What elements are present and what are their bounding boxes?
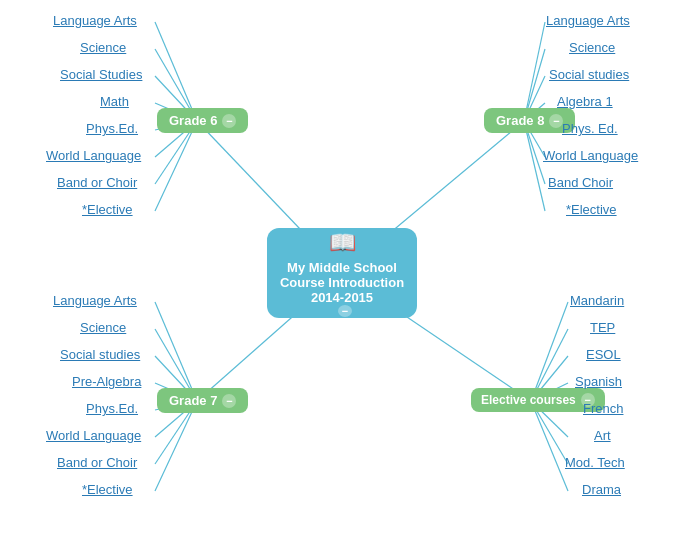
leaf-el-spanish: Spanish (575, 374, 622, 389)
leaf-el-mod-tech: Mod. Tech (565, 455, 625, 470)
grade6-label: Grade 6 (169, 113, 217, 128)
book-icon: 📖 (329, 230, 356, 256)
grade8-label: Grade 8 (496, 113, 544, 128)
leaf-g7-physed: Phys.Ed. (86, 401, 138, 416)
leaf-el-french: French (583, 401, 623, 416)
leaf-g6-science: Science (80, 40, 126, 55)
grade7-label: Grade 7 (169, 393, 217, 408)
leaf-g6-elective: *Elective (82, 202, 133, 217)
leaf-el-art: Art (594, 428, 611, 443)
grade7-collapse[interactable]: − (222, 394, 236, 408)
elective-label: Elective courses (481, 393, 576, 407)
leaf-g7-pre-algebra: Pre-Algebra (72, 374, 141, 389)
leaf-el-drama: Drama (582, 482, 621, 497)
center-title: My Middle SchoolCourse Introduction2014-… (280, 260, 404, 305)
grade6-collapse[interactable]: − (222, 114, 236, 128)
center-node: 📖 My Middle SchoolCourse Introduction201… (267, 228, 417, 318)
leaf-el-esol: ESOL (586, 347, 621, 362)
leaf-el-mandarin: Mandarin (570, 293, 624, 308)
leaf-g6-physed: Phys.Ed. (86, 121, 138, 136)
center-collapse[interactable]: − (338, 305, 352, 317)
leaf-g8-social-studies: Social studies (549, 67, 629, 82)
leaf-g6-band-choir: Band or Choir (57, 175, 137, 190)
leaf-g8-language-arts: Language Arts (546, 13, 630, 28)
leaf-g8-algebra1: Algebra 1 (557, 94, 613, 109)
leaf-el-tep: TEP (590, 320, 615, 335)
leaf-g7-world-language: World Language (46, 428, 141, 443)
grade7-node[interactable]: Grade 7 − (157, 388, 248, 413)
grade6-node[interactable]: Grade 6 − (157, 108, 248, 133)
leaf-g6-language-arts: Language Arts (53, 13, 137, 28)
leaf-g7-band-choir: Band or Choir (57, 455, 137, 470)
leaf-g6-world-language: World Language (46, 148, 141, 163)
leaf-g7-language-arts: Language Arts (53, 293, 137, 308)
leaf-g6-math: Math (100, 94, 129, 109)
leaf-g7-science: Science (80, 320, 126, 335)
leaf-g6-social-studies: Social Studies (60, 67, 142, 82)
leaf-g8-world-language: World Language (543, 148, 638, 163)
leaf-g7-elective: *Elective (82, 482, 133, 497)
leaf-g8-physed: Phys. Ed. (562, 121, 618, 136)
leaf-g8-science: Science (569, 40, 615, 55)
leaf-g8-elective: *Elective (566, 202, 617, 217)
leaf-g7-social-studies: Social studies (60, 347, 140, 362)
leaf-g8-band-choir: Band Choir (548, 175, 613, 190)
